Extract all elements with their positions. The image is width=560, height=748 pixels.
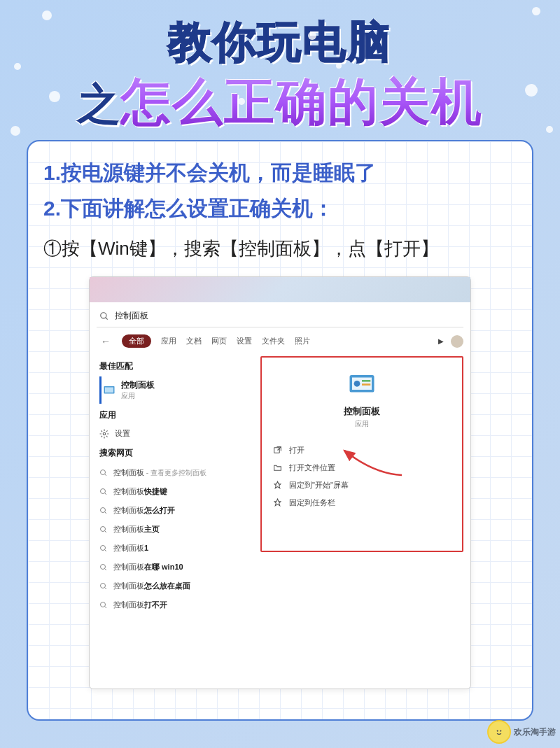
tab-web[interactable]: 网页 [211, 336, 227, 346]
svg-line-18 [105, 587, 107, 589]
search-icon [99, 469, 108, 477]
search-icon [99, 311, 109, 321]
best-match-subtitle: 应用 [121, 391, 155, 401]
panel-title: 控制面板 [269, 405, 455, 418]
settings-label: 设置 [115, 428, 130, 439]
svg-line-6 [105, 474, 107, 476]
search-icon [99, 601, 108, 609]
svg-point-5 [101, 470, 106, 474]
action-open-label: 打开 [289, 445, 304, 456]
apps-section-label: 应用 [99, 409, 258, 421]
svg-point-0 [101, 312, 106, 318]
search-suggestion[interactable]: 控制面板 - 查看更多控制面板 [99, 463, 258, 482]
settings-app-row[interactable]: 设置 [99, 425, 258, 442]
search-tabs: ← 全部 应用 文档 网页 设置 文件夹 照片 ▶ [90, 327, 470, 352]
search-bar[interactable]: 控制面板 [97, 305, 463, 327]
instruction-1: 1.按电源键并不会关机，而是睡眠了 [43, 157, 517, 188]
search-icon [99, 525, 108, 534]
results-left-column: 最佳匹配 控制面板 应用 应用 设置 搜索网页 控制面板 - 查看更多控制面板 … [90, 352, 258, 695]
action-pin-taskbar[interactable]: 固定到任务栏 [269, 494, 455, 511]
search-icon [99, 488, 108, 496]
svg-point-13 [101, 545, 106, 550]
svg-point-11 [101, 526, 106, 531]
annotation-arrow [332, 440, 409, 482]
search-suggestion[interactable]: 控制面板主页 [99, 520, 258, 539]
instruction-2: 2.下面讲解怎么设置正确关机： [43, 192, 517, 224]
windows-search-screenshot: 控制面板 ← 全部 应用 文档 网页 设置 文件夹 照片 ▶ 最佳匹配 控制面板 [89, 276, 471, 689]
svg-point-7 [101, 488, 106, 493]
svg-point-27 [494, 727, 505, 738]
search-icon [99, 563, 108, 572]
search-suggestion[interactable]: 控制面板打不开 [99, 595, 258, 614]
search-web-label: 搜索网页 [99, 447, 258, 459]
action-pin-taskbar-label: 固定到任务栏 [289, 498, 335, 508]
svg-line-12 [105, 530, 107, 532]
control-panel-large-icon [347, 370, 377, 400]
step-1-text: ①按【Win键】，搜索【控制面板】，点【打开】 [43, 237, 517, 261]
svg-line-16 [105, 568, 107, 570]
results-right-column: 控制面板 应用 打开 打开文件位置 固定到"开始"屏幕 [258, 352, 470, 695]
svg-point-9 [101, 507, 106, 512]
back-icon[interactable]: ← [99, 335, 112, 348]
svg-point-17 [101, 583, 106, 588]
tab-docs[interactable]: 文档 [186, 336, 202, 346]
svg-point-19 [101, 602, 106, 607]
svg-rect-24 [362, 380, 370, 382]
svg-line-20 [105, 606, 107, 608]
tab-settings[interactable]: 设置 [237, 336, 252, 346]
panel-subtitle: 应用 [269, 419, 455, 429]
tab-all[interactable]: 全部 [122, 334, 151, 348]
svg-point-29 [500, 730, 501, 731]
search-suggestion[interactable]: 控制面板怎么放在桌面 [99, 577, 258, 595]
pin-icon [273, 481, 282, 490]
svg-rect-3 [105, 387, 113, 393]
watermark: 欢乐淘手游 [487, 720, 556, 744]
svg-line-14 [105, 549, 107, 551]
search-suggestion[interactable]: 控制面板在哪 win10 [99, 558, 258, 577]
svg-line-10 [105, 511, 107, 514]
svg-rect-25 [362, 383, 370, 386]
tab-apps[interactable]: 应用 [161, 336, 176, 346]
search-suggestion[interactable]: 控制面板怎么打开 [99, 501, 258, 520]
title-line2-prefix: 之 [77, 75, 120, 134]
screenshot-titlebar [90, 277, 470, 302]
highlighted-panel: 控制面板 应用 打开 打开文件位置 固定到"开始"屏幕 [260, 356, 463, 552]
watermark-text: 欢乐淘手游 [514, 726, 556, 738]
action-open-location-label: 打开文件位置 [289, 463, 335, 473]
best-match-title: 控制面板 [121, 379, 155, 391]
search-suggestion[interactable]: 控制面板快捷键 [99, 482, 258, 501]
best-match-label: 最佳匹配 [99, 360, 258, 372]
watermark-logo [487, 720, 511, 744]
svg-point-28 [497, 730, 498, 731]
svg-point-23 [354, 381, 360, 387]
svg-point-15 [101, 564, 106, 569]
svg-rect-26 [274, 448, 280, 453]
more-icon[interactable]: ▶ [438, 337, 444, 345]
search-icon [99, 544, 108, 553]
avatar[interactable] [451, 335, 463, 348]
content-card: 1.按电源键并不会关机，而是睡眠了 2.下面讲解怎么设置正确关机： ①按【Win… [27, 140, 533, 721]
search-icon [99, 507, 108, 515]
tab-folders[interactable]: 文件夹 [262, 336, 285, 346]
page-title-block: 教你玩电脑 之 怎么正确的关机 [0, 0, 560, 136]
search-icon [99, 582, 108, 591]
folder-icon [273, 463, 282, 472]
pin-icon [273, 498, 282, 507]
best-match-item[interactable]: 控制面板 应用 [99, 376, 258, 404]
title-line1: 教你玩电脑 [0, 13, 560, 71]
title-line2-main: 怎么正确的关机 [120, 69, 483, 136]
control-panel-icon [103, 384, 115, 397]
gear-icon [99, 429, 109, 439]
search-suggestion[interactable]: 控制面板1 [99, 539, 258, 558]
svg-point-4 [103, 432, 106, 435]
tab-photos[interactable]: 照片 [295, 336, 310, 346]
svg-line-1 [106, 317, 108, 319]
open-icon [273, 446, 282, 455]
search-input[interactable]: 控制面板 [115, 310, 148, 322]
svg-line-8 [105, 493, 107, 495]
